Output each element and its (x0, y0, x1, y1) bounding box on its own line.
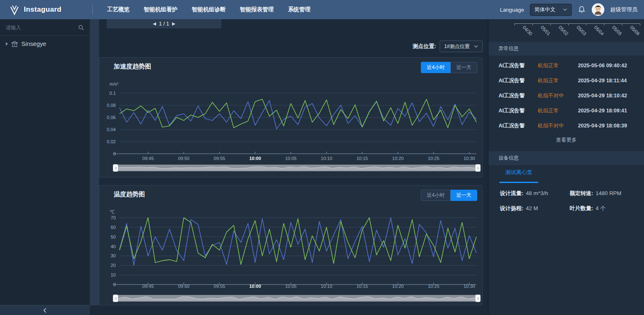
device-fields: 设计流量:48 m^3/h额定转速:1480 RPM设计扬程:42 M叶片数量:… (489, 183, 644, 212)
device-field: 设计扬程:42 M (500, 205, 570, 212)
user-avatar[interactable] (592, 3, 604, 16)
temperature-trend-panel: 温度趋势图 近4小时近一天 ℃ 70605040302010009:4509:5… (99, 185, 483, 305)
acceleration-chart-canvas: 0.10.080.060.040.02009:4509:5009:5510:00… (99, 81, 482, 167)
alarm-type: AI工况告警 (499, 122, 538, 130)
alarm-type: AI工况告警 (499, 107, 538, 114)
svg-text:09:55: 09:55 (214, 156, 225, 161)
date-axis-tick (514, 23, 515, 25)
dashboard-page: { "navbar": { "brand": "Instaguard", "it… (0, 0, 644, 315)
datazoom-left-handle[interactable] (113, 164, 118, 172)
svg-text:10:30: 10:30 (463, 284, 475, 289)
field-value: 48 m^3/h (526, 190, 548, 196)
date-axis-label: 05/01 (540, 25, 551, 36)
svg-text:50: 50 (111, 234, 116, 239)
device-section-title: 设备信息 (499, 155, 519, 162)
device-section-header: 设备信息 (489, 151, 644, 165)
svg-text:10:10: 10:10 (321, 156, 333, 161)
alarm-list: AI工况告警机组正常2025-05-06 09:40:42AI工况告警机组正常2… (489, 56, 644, 133)
field-value: 4 个 (596, 205, 606, 212)
svg-text:09:45: 09:45 (143, 284, 154, 289)
datazoom-minimap (118, 296, 476, 301)
expand-arrow-icon[interactable] (6, 42, 8, 46)
point-select-toolbar: 测点位置: 1#测点位置 (412, 41, 483, 52)
svg-text:10:05: 10:05 (285, 284, 297, 289)
avatar-face-icon (592, 3, 604, 16)
page-next-button[interactable]: ▶ (172, 22, 176, 26)
range-button-recent-4h[interactable]: 近4小时 (421, 190, 451, 201)
notification-bell-button[interactable] (578, 5, 586, 14)
alarm-type: AI工况告警 (499, 62, 538, 69)
nav-item-process-overview[interactable]: 工艺概览 (107, 6, 130, 13)
datazoom-slider[interactable] (115, 165, 478, 171)
search-input[interactable] (6, 25, 78, 30)
date-axis-tick (604, 23, 604, 25)
datazoom-left-handle[interactable] (113, 295, 118, 302)
svg-text:0.02: 0.02 (107, 139, 116, 144)
alarm-row[interactable]: AI工况告警机组正常2025-05-06 09:40:42 (489, 58, 644, 73)
alarm-row[interactable]: AI工况告警机组不对中2025-04-29 18:08:39 (489, 118, 644, 133)
datazoom-right-handle[interactable] (475, 164, 481, 172)
alarm-status: 机组正常 (538, 62, 578, 69)
alarm-row[interactable]: AI工况告警机组正常2025-04-29 18:11:44 (489, 73, 644, 88)
date-axis-tick (622, 23, 622, 25)
datazoom-slider[interactable] (115, 295, 478, 302)
date-axis-tick (586, 23, 586, 25)
alarm-row[interactable]: AI工况告警机组不对中2025-04-29 18:10:42 (489, 88, 644, 103)
sidebar-search-row (0, 19, 90, 36)
svg-text:09:55: 09:55 (214, 284, 225, 289)
svg-text:10:00: 10:00 (249, 156, 261, 161)
svg-text:09:45: 09:45 (143, 156, 154, 161)
svg-text:10:20: 10:20 (392, 156, 404, 161)
top-navbar: Instaguard 工艺概览智能机组看护智能机组诊断智能报表管理系统管理 La… (0, 0, 644, 19)
field-value: 1480 RPM (596, 190, 621, 196)
date-axis-label: 04/30 (522, 25, 534, 36)
alarm-status: 机组不对中 (538, 92, 578, 99)
nav-item-smart-unit-diagnosis[interactable]: 智能机组诊断 (192, 6, 226, 13)
language-label: Language (500, 7, 524, 13)
alarm-row[interactable]: AI工况告警机组正常2025-04-29 18:09:41 (489, 103, 644, 118)
alarm-time: 2025-04-29 18:09:41 (578, 108, 644, 114)
device-field: 叶片数量:4 个 (570, 205, 644, 212)
svg-text:10:00: 10:00 (249, 284, 261, 289)
svg-text:10:10: 10:10 (321, 284, 333, 289)
brand[interactable]: Instaguard (0, 4, 61, 15)
range-button-recent-1d[interactable]: 近一天 (451, 190, 477, 201)
nav-item-smart-report-management[interactable]: 智能报表管理 (240, 6, 274, 13)
field-label: 设计扬程: (500, 205, 523, 212)
svg-text:0.1: 0.1 (109, 91, 116, 96)
range-button-recent-1d[interactable]: 近一天 (451, 62, 477, 73)
pagination: ◀ 1 / 1 ▶ (107, 19, 221, 28)
nav-item-system-management[interactable]: 系统管理 (288, 6, 311, 13)
sidebar-collapse-button[interactable] (0, 305, 90, 315)
collapse-left-icon (43, 307, 47, 313)
page-prev-button[interactable]: ◀ (153, 22, 156, 26)
nav-item-smart-unit-care[interactable]: 智能机组看护 (144, 6, 178, 13)
range-button-recent-4h[interactable]: 近4小时 (421, 62, 451, 73)
svg-text:09:50: 09:50 (178, 284, 190, 289)
alarm-section-header: 异常信息 (489, 42, 644, 56)
date-axis-label: 05/06 (629, 25, 641, 36)
view-more-link[interactable]: 查看更多 (489, 133, 644, 147)
language-select[interactable]: 简体中文 (530, 4, 572, 16)
alarm-status: 机组正常 (538, 77, 578, 84)
date-axis-label: 05/03 (575, 25, 587, 36)
svg-text:0.06: 0.06 (107, 115, 116, 120)
point-select[interactable]: 1#测点位置 (440, 41, 483, 52)
field-value: 42 M (526, 205, 538, 211)
svg-text:40: 40 (111, 244, 116, 249)
datazoom-right-handle[interactable] (475, 295, 481, 302)
date-axis-label: 05/02 (557, 25, 569, 36)
device-field: 设计流量:48 m^3/h (500, 190, 570, 197)
svg-text:60: 60 (111, 225, 116, 230)
brand-name: Instaguard (24, 5, 61, 14)
panel-title: 温度趋势图 (114, 191, 145, 198)
tree-item-sinsegye[interactable]: Sinsegye (0, 36, 90, 52)
search-icon[interactable] (78, 25, 84, 30)
device-info: 测试离心泵 设计流量:48 m^3/h额定转速:1480 RPM设计扬程:42 … (489, 165, 644, 212)
date-axis-tick (532, 23, 533, 25)
field-label: 设计流量: (500, 190, 523, 197)
left-sidebar: Sinsegye (0, 19, 90, 315)
svg-text:0.08: 0.08 (107, 103, 116, 108)
device-tab-pump[interactable]: 测试离心泵 (499, 169, 538, 183)
alarm-time: 2025-04-29 18:11:44 (578, 78, 644, 84)
